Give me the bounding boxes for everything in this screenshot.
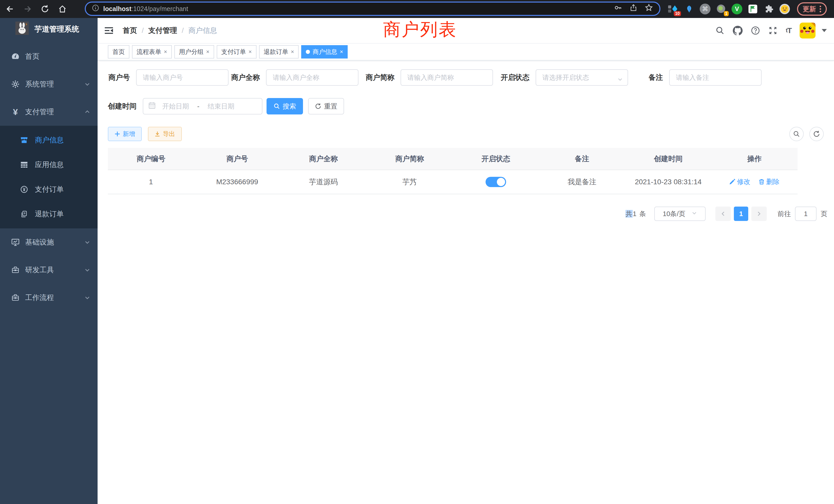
share-icon[interactable] bbox=[630, 4, 637, 14]
col-merchant-id: 商户编号 bbox=[108, 148, 194, 170]
help-icon[interactable] bbox=[751, 26, 760, 35]
browser-profile-avatar[interactable] bbox=[779, 3, 790, 15]
close-icon[interactable]: × bbox=[164, 48, 167, 55]
active-dot-icon bbox=[306, 50, 310, 54]
merchant-table: 商户编号 商户号 商户全称 商户简称 开启状态 备注 创建时间 操作 1 bbox=[108, 148, 797, 194]
next-page-button[interactable] bbox=[751, 207, 767, 221]
sidebar-item-label: 支付订单 bbox=[35, 184, 97, 194]
export-button-label: 导出 bbox=[163, 130, 175, 138]
short-name-input[interactable] bbox=[400, 69, 493, 86]
bookmark-star-icon[interactable] bbox=[644, 3, 653, 14]
extension-flag-icon[interactable] bbox=[747, 3, 759, 15]
extension-command-icon[interactable]: ⌘ bbox=[699, 3, 711, 15]
tag-label: 首页 bbox=[112, 48, 125, 56]
extensions-puzzle-icon[interactable] bbox=[763, 3, 774, 15]
breadcrumb: 首页 / 支付管理 / 商户信息 bbox=[123, 26, 217, 36]
browser-back-icon[interactable] bbox=[5, 4, 15, 14]
extension-diamond-icon[interactable]: 10 bbox=[667, 3, 679, 15]
edit-link[interactable]: 修改 bbox=[729, 177, 750, 186]
browser-forward-icon[interactable] bbox=[23, 4, 32, 14]
browser-update-button[interactable]: 更新 bbox=[797, 2, 827, 16]
user-avatar[interactable] bbox=[799, 23, 815, 39]
close-icon[interactable]: × bbox=[340, 48, 343, 55]
sidebar-fold-icon[interactable] bbox=[104, 25, 115, 36]
tag-refund-order[interactable]: 退款订单 × bbox=[259, 45, 299, 59]
chevron-down-icon bbox=[617, 75, 623, 85]
sidebar-item-home[interactable]: 首页 bbox=[0, 43, 97, 70]
delete-link[interactable]: 删除 bbox=[759, 177, 780, 186]
sidebar: 芋道管理系统 首页 系统管理 bbox=[0, 18, 97, 504]
font-size-icon[interactable]: tT bbox=[786, 26, 791, 35]
add-button-label: 新增 bbox=[123, 130, 135, 138]
chevron-up-icon bbox=[84, 109, 90, 115]
site-info-icon[interactable] bbox=[92, 4, 99, 14]
total-count: 共1 条 bbox=[626, 209, 646, 219]
sidebar-item-app-info[interactable]: 应用信息 bbox=[0, 153, 97, 177]
tag-process-form[interactable]: 流程表单 × bbox=[132, 45, 172, 59]
sidebar-item-merchant-info[interactable]: 商户信息 bbox=[0, 128, 97, 153]
page-size-select[interactable]: 10条/页 bbox=[654, 207, 706, 221]
sidebar-item-label: 支付管理 bbox=[25, 107, 84, 117]
goto-unit: 页 bbox=[821, 209, 827, 219]
close-icon[interactable]: × bbox=[206, 48, 210, 55]
fullscreen-icon[interactable] bbox=[768, 26, 777, 35]
sidebar-item-pay-order[interactable]: 支付订单 bbox=[0, 177, 97, 202]
tag-user-group[interactable]: 用户分组 × bbox=[174, 45, 214, 59]
status-toggle[interactable] bbox=[486, 177, 506, 187]
url-host: localhost bbox=[103, 5, 131, 12]
hide-search-icon-button[interactable] bbox=[789, 127, 804, 141]
search-button[interactable]: 搜索 bbox=[266, 98, 303, 114]
browser-home-icon[interactable] bbox=[58, 4, 67, 14]
start-date-input[interactable] bbox=[157, 102, 195, 110]
full-name-label: 商户全称 bbox=[228, 73, 266, 83]
sidebar-item-workflow[interactable]: 工作流程 bbox=[0, 284, 97, 312]
sidebar-item-dev-tools[interactable]: 研发工具 bbox=[0, 256, 97, 284]
close-icon[interactable]: × bbox=[248, 48, 252, 55]
remark-input[interactable] bbox=[669, 69, 762, 86]
document-copy-icon bbox=[20, 210, 28, 218]
create-time-range-picker[interactable]: - bbox=[143, 98, 262, 114]
prev-page-button[interactable] bbox=[716, 207, 731, 221]
chevron-down-icon bbox=[84, 81, 90, 87]
end-date-input[interactable] bbox=[202, 102, 240, 110]
github-icon[interactable] bbox=[733, 26, 743, 36]
url-bar[interactable]: localhost:1024/pay/merchant bbox=[85, 2, 660, 16]
logo-rabbit-icon bbox=[16, 22, 29, 37]
avatar-caret-icon[interactable] bbox=[822, 29, 827, 32]
tag-pay-order[interactable]: 支付订单 × bbox=[217, 45, 257, 59]
search-icon[interactable] bbox=[716, 26, 725, 35]
breadcrumb-pay[interactable]: 支付管理 bbox=[148, 26, 177, 36]
sidebar-menu: 首页 系统管理 ¥ 支付管理 bbox=[0, 41, 97, 312]
extensions-row: 10 ⌘ 1 V 更新 bbox=[667, 0, 827, 18]
browser-menu-icon[interactable] bbox=[820, 6, 821, 12]
merchant-no-input[interactable] bbox=[136, 69, 228, 86]
add-button[interactable]: 新增 bbox=[108, 127, 142, 141]
reset-button[interactable]: 重置 bbox=[308, 98, 344, 114]
cell-merchant-no: M233666999 bbox=[194, 170, 280, 194]
status-select[interactable]: 请选择开启状态 bbox=[535, 69, 628, 86]
app-logo[interactable]: 芋道管理系统 bbox=[0, 18, 97, 41]
tag-merchant-info[interactable]: 商户信息 × bbox=[301, 45, 348, 59]
sidebar-item-label: 商户信息 bbox=[35, 135, 97, 145]
full-name-input[interactable] bbox=[266, 69, 358, 86]
extension-kite-icon[interactable] bbox=[683, 3, 695, 15]
sidebar-item-refund-order[interactable]: 退款订单 bbox=[0, 202, 97, 226]
refresh-icon-button[interactable] bbox=[809, 127, 824, 141]
app-title: 芋道管理系统 bbox=[35, 24, 79, 35]
page-number-button[interactable]: 1 bbox=[734, 207, 748, 221]
tag-home[interactable]: 首页 bbox=[108, 45, 129, 59]
password-key-icon[interactable] bbox=[614, 3, 622, 14]
sidebar-item-infrastructure[interactable]: 基础设施 bbox=[0, 228, 97, 256]
extension-vue-icon[interactable]: V bbox=[731, 3, 743, 15]
sidebar-item-pay[interactable]: ¥ 支付管理 bbox=[0, 98, 97, 126]
close-icon[interactable]: × bbox=[291, 48, 294, 55]
url-text[interactable]: localhost:1024/pay/merchant bbox=[103, 5, 614, 13]
goto-page-input[interactable] bbox=[795, 207, 816, 221]
extension-record-icon[interactable]: 1 bbox=[716, 3, 727, 15]
export-button[interactable]: 导出 bbox=[148, 127, 182, 141]
cell-short-name: 芋艿 bbox=[367, 170, 453, 194]
col-merchant-no: 商户号 bbox=[194, 148, 280, 170]
browser-reload-icon[interactable] bbox=[40, 4, 50, 14]
sidebar-item-system[interactable]: 系统管理 bbox=[0, 70, 97, 98]
breadcrumb-home[interactable]: 首页 bbox=[123, 26, 137, 36]
